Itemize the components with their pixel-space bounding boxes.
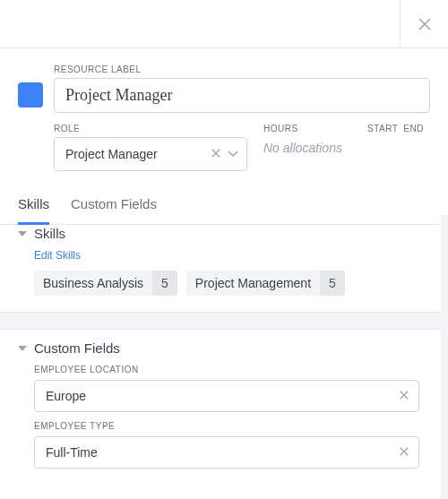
resource-label-input[interactable] [54,78,430,113]
clear-field-button[interactable] [399,445,409,460]
role-caption: ROLE [54,124,247,133]
cf-value: Europe [46,389,86,403]
close-icon [211,148,221,159]
skills-panel-title: Skills [34,226,65,241]
cf-label: EMPLOYEE TYPE [34,421,423,431]
close-icon [418,18,431,30]
collapse-icon [18,229,27,238]
content-scroll[interactable]: Skills Edit Skills Business Analysis 5 P… [0,215,448,499]
collapse-icon [18,344,27,353]
skill-name: Business Analysis [34,271,152,296]
hours-value: No allocations [263,137,351,155]
edit-skills-link[interactable]: Edit Skills [34,249,81,262]
custom-fields-panel-title: Custom Fields [34,340,120,356]
color-chip[interactable] [18,82,43,108]
start-caption: START [367,124,398,133]
section-divider [0,312,441,330]
close-icon [399,390,409,400]
chevron-down-icon [227,147,239,159]
dialog-header [0,0,448,48]
employee-type-input[interactable]: Full-Time [34,436,419,469]
employee-location-input[interactable]: Europe [34,380,419,412]
skill-chip: Business Analysis 5 [34,271,177,296]
resource-label-caption: RESOURCE LABEL [54,65,430,74]
skill-chip: Project Management 5 [186,271,345,296]
skills-panel: Skills Edit Skills Business Analysis 5 P… [0,215,441,312]
end-caption: END [403,124,424,133]
close-icon [399,446,409,457]
clear-field-button[interactable] [399,389,409,403]
custom-fields-panel-header[interactable]: Custom Fields [18,340,423,356]
custom-fields-panel: Custom Fields EMPLOYEE LOCATION Europe E… [0,330,441,485]
clear-role-button[interactable] [211,147,221,161]
cf-label: EMPLOYEE LOCATION [34,365,423,374]
skill-name: Project Management [186,271,320,296]
close-button[interactable] [400,0,448,47]
role-dropdown-toggle[interactable] [227,147,239,162]
skill-level: 5 [320,271,345,296]
role-value: Project Manager [65,147,158,161]
cf-value: Full-Time [46,445,98,460]
skills-panel-header[interactable]: Skills [18,226,423,241]
skill-level: 5 [152,271,177,296]
hours-caption: HOURS [263,124,351,133]
top-section: RESOURCE LABEL ROLE Project Manager [0,48,448,187]
role-select[interactable]: Project Manager [54,137,247,171]
